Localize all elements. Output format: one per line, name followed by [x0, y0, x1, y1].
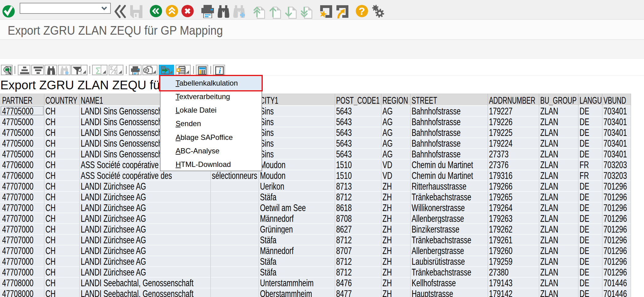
svg-text:?: ? [359, 5, 365, 17]
svg-text:i: i [219, 66, 221, 75]
